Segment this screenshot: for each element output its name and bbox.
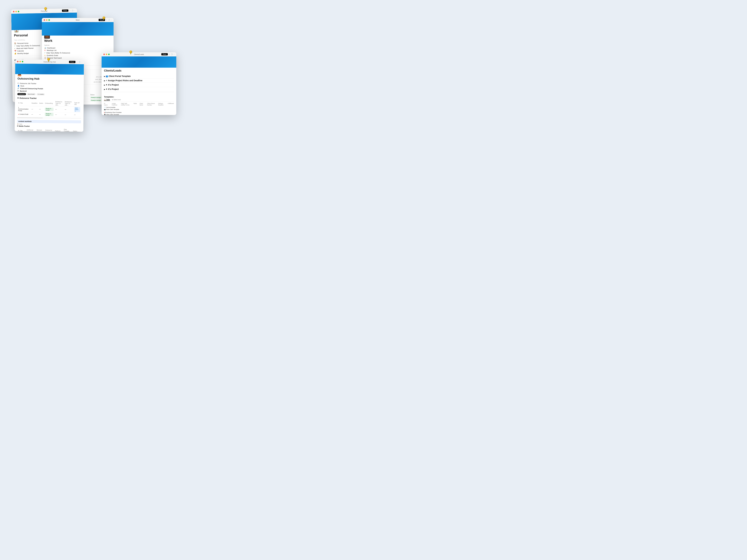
media-tracker-table: Pr Title Additional Footage Moment Editi…: [17, 128, 81, 132]
clients-more-icon[interactable]: ···: [174, 53, 175, 55]
templates-title: Templates:: [104, 96, 114, 98]
chip-outsource[interactable]: Outsource: [17, 93, 26, 95]
out-titlebar-actions: Share ☆ 🕐 ···: [69, 61, 82, 63]
clients-titlebar: Clients/Leads Share ☆ 🕐 ···: [102, 52, 176, 56]
outsourcing-nav: ✏ Outsource Job Tracker 👤 Work 🔗 Externa…: [17, 82, 81, 93]
clients-close-button[interactable]: [103, 54, 105, 55]
table-row: ● Content Draft — — Ready to assign — — …: [17, 112, 81, 117]
link-icon: 🔗: [17, 87, 20, 89]
more-icon[interactable]: ···: [74, 9, 75, 11]
pencil-icon: ✏: [18, 82, 19, 84]
work-star-icon[interactable]: ☆: [106, 19, 107, 21]
template-row-2[interactable]: 📷 Photo Client Template: [104, 108, 174, 110]
x-icon-2: ✦: [106, 88, 107, 90]
minimize-button[interactable]: [16, 11, 17, 12]
work-clock-icon[interactable]: 🕐: [108, 19, 110, 21]
cell-deadline-1: —: [31, 106, 38, 112]
out-minimize-button[interactable]: [20, 61, 21, 62]
nav-dashboard[interactable]: 📊 Dashboard: [44, 47, 111, 49]
nav-meetings-list[interactable]: 🗓 Meetings List: [44, 49, 111, 52]
chip-1on1[interactable]: 1:1 meets: [36, 93, 45, 95]
work-share-button[interactable]: Share: [99, 19, 105, 21]
out-star-icon[interactable]: ☆: [76, 61, 78, 63]
board-icon: 📋: [44, 57, 46, 59]
template-row-3[interactable]: 📢 Marketing Client Template: [104, 111, 174, 113]
taskhub-label: TaskHub: [44, 45, 111, 46]
cell-deadline-2: —: [30, 112, 38, 116]
col-media-status: Status: [72, 128, 81, 132]
maximize-button[interactable]: [18, 10, 19, 12]
work-titlebar: Work Share ☆ 🕐 ···: [42, 18, 113, 22]
person-icon: 👤: [18, 85, 20, 87]
meetings-icon: 🗓: [44, 49, 46, 51]
out-close-button[interactable]: [17, 61, 19, 62]
col-moment-editing: Moment Editing: [36, 128, 44, 132]
col-fulfillment: Fulfillment: [168, 103, 174, 106]
clients-share-button[interactable]: Share: [161, 53, 168, 55]
close-button[interactable]: [13, 11, 15, 12]
section-client-portal[interactable]: 👥 Client Portal Template: [104, 74, 174, 78]
personal-window-title: Personal: [41, 10, 47, 12]
out-clock-icon[interactable]: 🕐: [79, 61, 80, 63]
clients-maximize-button[interactable]: [108, 54, 110, 55]
cell-related2-1: —: [64, 106, 73, 112]
tab-select-new[interactable]: ⊕ Select new: [112, 99, 121, 101]
work-maximize-button[interactable]: [48, 19, 50, 21]
template-row-4[interactable]: 🎬 Video Client Template: [104, 113, 174, 115]
nav-backend[interactable]: ⚙ Backend: [17, 89, 81, 93]
table-row: ● Communication Portal — — Ready to assi…: [17, 106, 81, 113]
template-row-1[interactable]: 📄 Canva template: [104, 106, 174, 108]
chip-best-small[interactable]: Best Small: [27, 93, 36, 96]
col-onboarding-out: Onboarding: [44, 100, 54, 106]
work-minimize-button[interactable]: [46, 19, 48, 21]
tab-table-templates[interactable]: 📋 Table: [104, 99, 110, 101]
nav-projects-task-board[interactable]: 📋 Projects Task board: [44, 57, 111, 59]
col-pr-name-tmpl: Pr Name: [104, 103, 108, 106]
work-close-button[interactable]: [44, 19, 45, 21]
share-button[interactable]: Share: [62, 9, 69, 12]
cell-comm-portal-out: ● Communication Portal: [17, 106, 31, 112]
media-tracker-title: ✏ Media Tracker: [17, 125, 81, 128]
template-list: 📄 Canva template 📷 Photo Client Template…: [104, 106, 174, 115]
outsourcing-hero-banner: [15, 63, 84, 75]
outsourcing-window: Outsourcing Hub Share ☆ 🕐 ··· 📤 Outsourc…: [15, 59, 84, 132]
check-icon: ✓: [14, 45, 16, 47]
checkmark-icon: ✓: [106, 79, 107, 82]
templates-tabs: 📋 Table ⊕ Select new: [104, 99, 174, 102]
calendar-icon: 📅: [14, 50, 16, 52]
cell-notes-2: —: [38, 112, 44, 116]
col-tasks-tmpl: Tasks: [133, 103, 137, 106]
clients-clock-icon[interactable]: 🕐: [171, 53, 173, 55]
col-delivery: Delivery Deadline: [158, 103, 165, 106]
star-icon[interactable]: ☆: [69, 10, 71, 11]
section-xs-project-1[interactable]: ✦ X's Project: [104, 83, 174, 87]
nav-quarterly-goals[interactable]: ◎ Quarterly Goals: [44, 54, 111, 57]
work-titlebar-actions: Share ☆ 🕐 ···: [99, 19, 112, 21]
clients-minimize-button[interactable]: [106, 54, 107, 55]
clients-window-title: Clients/Leads: [134, 53, 144, 55]
out-share-button[interactable]: Share: [69, 61, 75, 63]
section-xs-project-2[interactable]: ✦ X's Project: [104, 87, 174, 91]
person-icon-2: 👥: [106, 75, 108, 77]
work-page-title: Work: [44, 39, 111, 43]
col-additional-footage: Additional Footage: [26, 128, 36, 132]
cell-onboarding-out-2: Ready to assign: [44, 112, 54, 117]
clients-star-icon[interactable]: ☆: [169, 53, 170, 55]
section-assign-roles[interactable]: ✓ Assign Project Roles and Deadline: [104, 78, 174, 83]
clock-icon[interactable]: 🕐: [71, 10, 73, 11]
content-workhub-title: content workhub: [17, 120, 81, 123]
clients-page-title: Clients/Leads: [104, 69, 174, 72]
dashboard-icon: 📊: [44, 47, 46, 49]
filter-bar: Outsource Best Small 1:1 meets: [17, 93, 81, 96]
col-pr-title-media: Pr Title: [17, 128, 26, 132]
out-more-icon[interactable]: ···: [81, 61, 82, 63]
home-icon: 🏠: [14, 42, 16, 44]
cell-type-2: —: [73, 112, 81, 117]
nav-work-daily-task[interactable]: ✓ Daily Task (Ability To Outsource): [44, 52, 111, 54]
col-related1: Related to Type Of Job...: [54, 100, 64, 106]
out-maximize-button[interactable]: [22, 61, 23, 62]
work-more-icon[interactable]: ···: [111, 19, 112, 21]
x-icon-1: ✦: [106, 84, 107, 86]
cell-related2-2: —: [64, 112, 73, 117]
cell-type-1: Start Plans V: [73, 106, 81, 112]
